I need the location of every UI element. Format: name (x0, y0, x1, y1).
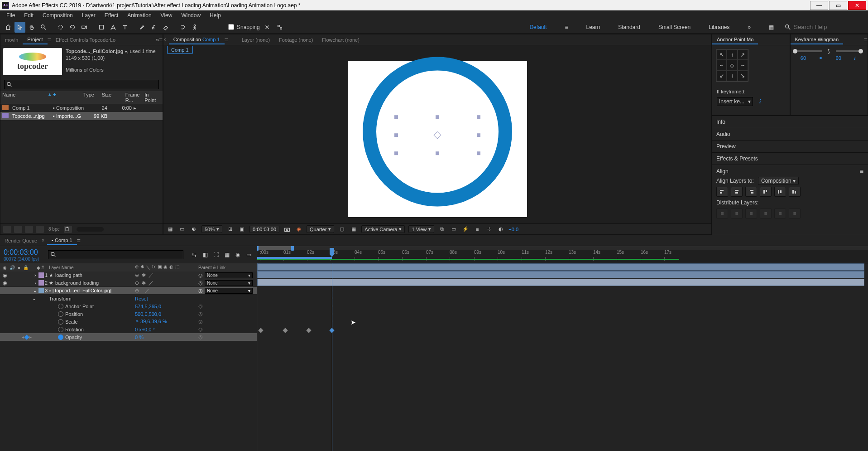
new-folder-button[interactable] (14, 226, 22, 233)
anchor-b[interactable]: ↓ (727, 71, 737, 81)
ease-in-value[interactable]: 60 (801, 55, 806, 61)
pickwhip-icon[interactable]: ◎ (198, 288, 203, 294)
menu-help[interactable]: Help (205, 11, 225, 19)
resolution-dropdown[interactable]: Quarter▾ (307, 225, 334, 233)
frame-blend-button[interactable]: ▦ (222, 251, 231, 259)
viewer-time[interactable]: 0:00:03:00 (249, 226, 279, 233)
hand-tool[interactable] (26, 22, 37, 33)
col-in[interactable]: In Point (144, 92, 161, 103)
prop-opacity[interactable]: ◂▸ Opacity 0 % ◎ (0, 333, 257, 341)
prop-position[interactable]: Position 500,0,500,0 ◎ (0, 310, 257, 318)
menu-animation[interactable]: Animation (123, 11, 156, 19)
zoom-tool[interactable] (38, 22, 49, 33)
stopwatch-icon[interactable] (58, 327, 63, 332)
next-kf-button[interactable]: ▸ (29, 335, 32, 339)
anchor-bl[interactable]: ↙ (716, 71, 727, 81)
label-col-icon[interactable]: ◆ (37, 265, 40, 270)
stopwatch-icon[interactable] (58, 335, 63, 340)
graph-editor-button[interactable]: ▭ (244, 251, 253, 259)
snap-opt-1[interactable] (262, 22, 273, 33)
align-hcenter-button[interactable] (731, 187, 743, 197)
menu-file[interactable]: File (2, 11, 19, 19)
layer-row-2[interactable]: ◉ ›2 ★background loading ⊕✱／ ◎None▾ (0, 279, 257, 287)
mask-button[interactable]: ☯ (190, 226, 198, 233)
pickwhip-icon[interactable]: ◎ (198, 280, 203, 286)
anchor-info-icon[interactable]: i (758, 98, 762, 105)
workspace-panel-icon[interactable]: ▦ (762, 22, 780, 32)
effects-presets-panel-header[interactable]: Effects & Presets (712, 152, 868, 165)
stopwatch-icon[interactable] (58, 311, 63, 317)
project-columns[interactable]: Name ▲ ◆ Type Size Frame R... In Point (0, 91, 163, 104)
menu-layer[interactable]: Layer (77, 11, 100, 19)
project-scroll[interactable] (77, 227, 104, 232)
selection-handles[interactable] (394, 115, 480, 155)
layer-row-1[interactable]: ◉ ›1 ★loading path ⊕✱／ ◎None▾ (0, 272, 257, 279)
sw-fx-icon[interactable]: ✱ (140, 264, 144, 271)
stopwatch-icon[interactable] (58, 304, 63, 309)
rotation-tool[interactable] (67, 22, 78, 33)
twirl-icon[interactable]: ⌄ (33, 288, 38, 294)
cti-playhead[interactable] (330, 248, 334, 254)
menu-view[interactable]: View (156, 11, 177, 19)
sw-aa-icon[interactable]: ◐ (169, 264, 173, 271)
sw-adj-icon[interactable]: ▣ (158, 264, 162, 271)
anchor-tr[interactable]: ↗ (738, 49, 748, 60)
selection-tool[interactable] (14, 22, 25, 33)
timeline-tab-menu-icon[interactable]: ≡ (77, 237, 81, 244)
col-size[interactable]: Size (102, 92, 124, 103)
draft-3d-button[interactable]: ◧ (201, 251, 210, 259)
anchor-point-icon[interactable] (434, 131, 441, 139)
audio-panel-header[interactable]: Audio (712, 128, 868, 140)
anchor-point-grid[interactable]: ↖↑↗ ←◇→ ↙↓↘ (716, 49, 748, 82)
project-tabs-overflow[interactable]: » (156, 37, 159, 43)
comp-subtab[interactable]: Comp 1 (167, 46, 193, 54)
brush-tool[interactable] (137, 22, 148, 33)
workspace-standard[interactable]: Standard (612, 22, 647, 32)
eye-toggle[interactable]: ◉ (3, 280, 7, 286)
project-tab-menu-icon[interactable]: ≡ (48, 36, 51, 44)
sw-shy-icon[interactable]: ⊕ (135, 264, 139, 271)
ease-in-slider[interactable] (793, 49, 797, 53)
tab-anchor-mover[interactable]: Anchor Point Mo (712, 35, 758, 44)
project-search-input[interactable] (14, 81, 157, 88)
tab-project[interactable]: Project (23, 35, 47, 44)
prop-anchor-point[interactable]: Anchor Point 574,5,265,0 ◎ (0, 302, 257, 310)
sw-blur-icon[interactable]: ＼ (146, 264, 150, 271)
orbit-tool[interactable] (55, 22, 66, 33)
kf-panel-menu-icon[interactable]: ≡ (864, 36, 868, 44)
sw-cube-icon[interactable]: ⬚ (175, 264, 179, 271)
col-parent[interactable]: Parent & Link (198, 265, 253, 270)
position-value[interactable]: 500,0,500,0 (135, 311, 198, 317)
magnification-dropdown[interactable]: 50%▾ (201, 225, 222, 233)
work-area-bar[interactable] (257, 246, 293, 250)
track-bar-3[interactable] (257, 279, 864, 286)
workspace-learn[interactable]: Learn (580, 22, 607, 32)
time-ruler[interactable]: :00s 01s 02s 03s 04s 05s 06s 07s 08s 09s… (257, 246, 868, 263)
stopwatch-icon[interactable] (58, 319, 63, 325)
interpret-footage-button[interactable] (3, 226, 11, 233)
track-area[interactable]: ➤ (257, 263, 868, 451)
window-minimize-button[interactable]: — (810, 1, 828, 10)
new-comp-button[interactable] (25, 226, 33, 233)
sw-fx2-icon[interactable]: fx (152, 264, 156, 271)
composition-viewer[interactable] (163, 54, 711, 223)
ease-out-slider[interactable] (858, 49, 863, 53)
tab-timeline-comp[interactable]: ▪ Comp 1 (47, 236, 77, 245)
roi-button[interactable]: ▢ (338, 226, 346, 233)
fast-preview-button[interactable]: ⚡ (461, 226, 470, 233)
parent-dropdown-3[interactable]: None▾ (205, 288, 253, 294)
tab-movin[interactable]: movin (0, 36, 23, 44)
comp-tab-close[interactable]: × (163, 37, 166, 42)
prop-scale[interactable]: Scale ⚭ 39,6,39,6 % ◎ (0, 318, 257, 325)
tab-render-queue[interactable]: Render Queue (0, 237, 42, 245)
grid-button[interactable]: ▦ (350, 226, 358, 233)
align-menu-icon[interactable]: ≡ (860, 168, 863, 175)
eye-toggle[interactable]: ◉ (3, 272, 7, 278)
camera-dropdown[interactable]: Active Camera▾ (361, 225, 405, 233)
workspace-overflow[interactable]: » (741, 22, 757, 32)
preview-panel-header[interactable]: Preview (712, 140, 868, 152)
expression-pickwhip-icon[interactable]: ◎ (198, 319, 203, 325)
transform-group[interactable]: ⌄ Transform Reset (0, 295, 257, 302)
current-time[interactable]: 0:00:03:00 (4, 248, 39, 257)
expression-pickwhip-icon[interactable]: ◎ (198, 303, 203, 309)
